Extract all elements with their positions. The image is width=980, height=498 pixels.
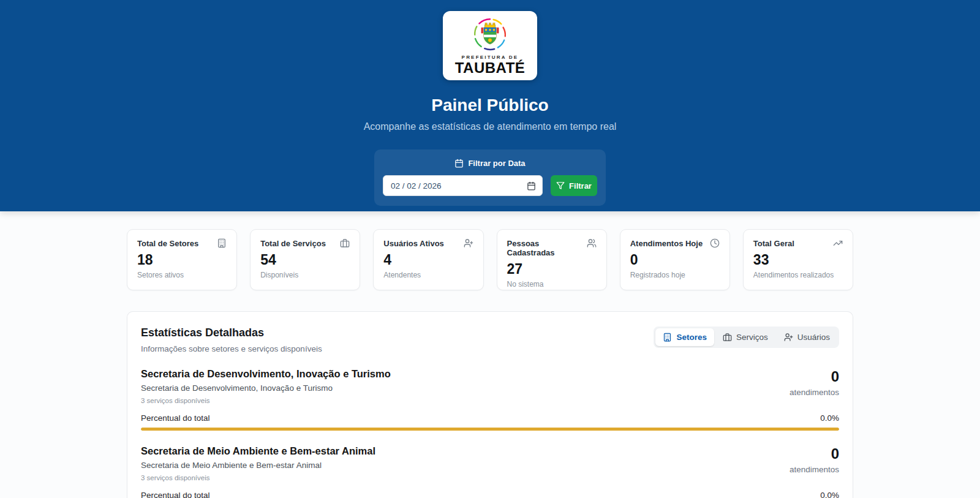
stat-sublabel: Setores ativos	[137, 271, 227, 279]
filter-by-date-label: Filtrar por Data	[383, 159, 597, 168]
tab-setores[interactable]: Setores	[655, 328, 714, 346]
stat-sublabel: Disponíveis	[260, 271, 350, 279]
tab-label: Usuários	[797, 333, 830, 342]
detailed-statistics-card: Estatísticas Detalhadas Informações sobr…	[127, 311, 853, 498]
stat-value: 4	[383, 253, 473, 267]
sector-attendances-label: atendimentos	[790, 465, 839, 474]
details-title: Estatísticas Detalhadas	[141, 326, 322, 339]
funnel-icon	[556, 181, 565, 190]
stat-value: 0	[630, 253, 720, 267]
stat-sublabel: Registrados hoje	[630, 271, 720, 279]
percent-of-total-label: Percentual do total	[141, 491, 210, 498]
percent-of-total-value: 0.0%	[820, 413, 839, 423]
stat-value: 27	[507, 262, 597, 276]
stat-value: 18	[137, 253, 227, 267]
stat-value: 33	[753, 253, 843, 267]
date-filter-panel: Filtrar por Data 02 / 02 / 2026 Filtrar	[374, 149, 606, 206]
details-subtitle: Informações sobre setores e serviços dis…	[141, 344, 322, 353]
taubate-crest-icon	[470, 15, 510, 54]
calendar-picker-icon[interactable]	[527, 181, 536, 191]
sector-attendances-count: 0	[790, 447, 839, 461]
users-icon	[587, 238, 597, 248]
sector-list-item: Secretaria de Meio Ambiente e Bem-estar …	[141, 445, 839, 498]
details-tabs: Setores Serviços Usuários	[654, 326, 839, 348]
sector-name: Secretaria de Desenvolvimento, Inovação …	[141, 368, 391, 380]
tab-servicos[interactable]: Serviços	[715, 328, 775, 346]
sector-services-count: 3 serviços disponíveis	[141, 474, 375, 481]
stat-card-total-servicos: Total de Serviços 54 Disponíveis	[250, 229, 360, 290]
calendar-icon	[454, 159, 464, 168]
stat-sublabel: Atendentes	[383, 271, 473, 279]
briefcase-icon	[723, 333, 732, 342]
tab-label: Serviços	[736, 333, 768, 342]
percent-of-total-label: Percentual do total	[141, 413, 210, 423]
date-input[interactable]: 02 / 02 / 2026	[383, 175, 543, 196]
stat-label: Total de Serviços	[260, 239, 326, 248]
clock-icon	[710, 238, 720, 248]
progress-bar	[141, 428, 839, 431]
tab-label: Setores	[676, 333, 707, 342]
page-subtitle: Acompanhe as estatísticas de atendimento…	[364, 121, 617, 132]
stat-label: Atendimentos Hoje	[630, 239, 703, 248]
page-title: Painel Público	[431, 96, 548, 115]
stat-card-total-geral: Total Geral 33 Atendimentos realizados	[743, 229, 853, 290]
sector-name: Secretaria de Meio Ambiente e Bem-estar …	[141, 445, 375, 457]
sector-description: Secretaria de Meio Ambiente e Bem-estar …	[141, 461, 375, 470]
stat-card-atendimentos-hoje: Atendimentos Hoje 0 Registrados hoje	[620, 229, 730, 290]
briefcase-icon	[340, 238, 350, 248]
sector-attendances-label: atendimentos	[790, 388, 839, 397]
stat-label: Pessoas Cadastradas	[507, 239, 587, 257]
brand-city-name: TAUBATÉ	[455, 61, 526, 75]
filter-button-label: Filtrar	[569, 181, 592, 191]
date-value: 02 / 02 / 2026	[391, 181, 442, 191]
progress-bar-fill	[141, 428, 839, 431]
user-plus-icon	[464, 238, 473, 248]
stat-label: Total Geral	[753, 239, 794, 248]
building-icon	[663, 333, 672, 342]
filter-by-date-text: Filtrar por Data	[468, 159, 525, 168]
brand-logo: PREFEITURA DE TAUBATÉ	[443, 11, 537, 80]
user-plus-icon	[784, 333, 793, 342]
sector-services-count: 3 serviços disponíveis	[141, 397, 391, 404]
sector-attendances-count: 0	[790, 369, 839, 384]
trending-up-icon	[833, 238, 843, 248]
stat-card-total-setores: Total de Setores 18 Setores ativos	[127, 229, 237, 290]
stat-label: Total de Setores	[137, 239, 198, 248]
stat-value: 54	[260, 253, 350, 267]
stat-label: Usuários Ativos	[383, 239, 444, 248]
header: PREFEITURA DE TAUBATÉ Painel Público Aco…	[0, 0, 980, 211]
main-content: Total de Setores 18 Setores ativos Total…	[127, 229, 853, 498]
tab-usuarios[interactable]: Usuários	[777, 328, 837, 346]
building-icon	[217, 238, 227, 248]
stats-cards-row: Total de Setores 18 Setores ativos Total…	[127, 229, 853, 290]
stat-card-pessoas-cadastradas: Pessoas Cadastradas 27 No sistema	[497, 229, 607, 290]
sector-list-item: Secretaria de Desenvolvimento, Inovação …	[141, 368, 839, 431]
stat-sublabel: Atendimentos realizados	[753, 271, 843, 279]
sector-description: Secretaria de Desenvolvimento, Inovação …	[141, 383, 391, 393]
stat-card-usuarios-ativos: Usuários Ativos 4 Atendentes	[373, 229, 483, 290]
percent-of-total-value: 0.0%	[820, 491, 839, 498]
filter-button[interactable]: Filtrar	[551, 175, 597, 196]
stat-sublabel: No sistema	[507, 280, 597, 289]
